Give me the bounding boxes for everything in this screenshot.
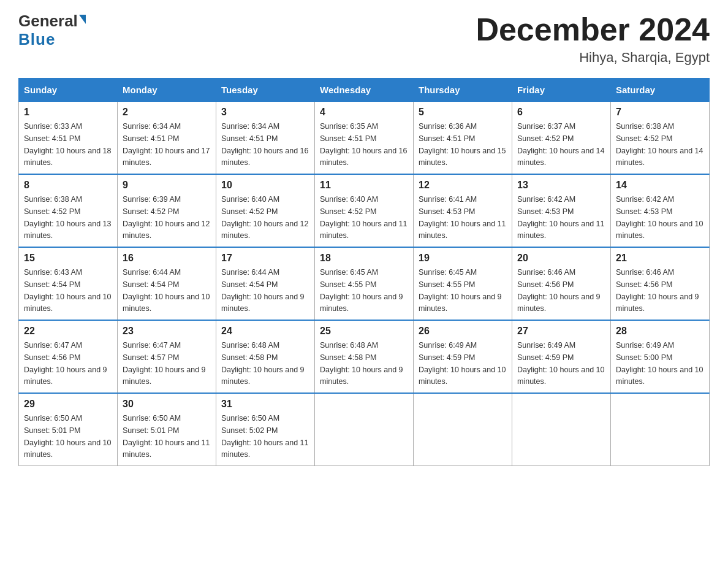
day-cell-19: 19 Sunrise: 6:45 AMSunset: 4:55 PMDaylig… — [414, 247, 512, 320]
day-info: Sunrise: 6:47 AMSunset: 4:56 PMDaylight:… — [24, 341, 107, 386]
day-info: Sunrise: 6:34 AMSunset: 4:51 PMDaylight:… — [221, 122, 308, 167]
day-number: 5 — [419, 107, 507, 118]
day-cell-5: 5 Sunrise: 6:36 AMSunset: 4:51 PMDayligh… — [414, 102, 512, 175]
day-number: 9 — [123, 180, 211, 191]
day-info: Sunrise: 6:44 AMSunset: 4:54 PMDaylight:… — [221, 268, 305, 313]
day-cell-22: 22 Sunrise: 6:47 AMSunset: 4:56 PMDaylig… — [19, 320, 118, 393]
day-info: Sunrise: 6:49 AMSunset: 5:00 PMDaylight:… — [616, 341, 703, 386]
day-number: 3 — [221, 107, 309, 118]
day-cell-20: 20 Sunrise: 6:46 AMSunset: 4:56 PMDaylig… — [512, 247, 611, 320]
col-header-tuesday: Tuesday — [216, 79, 315, 102]
calendar-table: SundayMondayTuesdayWednesdayThursdayFrid… — [18, 78, 710, 466]
day-info: Sunrise: 6:43 AMSunset: 4:54 PMDaylight:… — [24, 268, 111, 313]
day-cell-7: 7 Sunrise: 6:38 AMSunset: 4:52 PMDayligh… — [611, 102, 710, 175]
day-info: Sunrise: 6:50 AMSunset: 5:01 PMDaylight:… — [24, 414, 111, 459]
day-number: 7 — [616, 107, 704, 118]
day-cell-27: 27 Sunrise: 6:49 AMSunset: 4:59 PMDaylig… — [512, 320, 611, 393]
day-number: 6 — [517, 107, 605, 118]
logo-text: General — [18, 12, 86, 30]
col-header-thursday: Thursday — [414, 79, 512, 102]
day-cell-24: 24 Sunrise: 6:48 AMSunset: 4:58 PMDaylig… — [216, 320, 315, 393]
day-number: 14 — [616, 180, 704, 191]
day-cell-23: 23 Sunrise: 6:47 AMSunset: 4:57 PMDaylig… — [118, 320, 216, 393]
day-info: Sunrise: 6:34 AMSunset: 4:51 PMDaylight:… — [123, 122, 210, 167]
day-cell-30: 30 Sunrise: 6:50 AMSunset: 5:01 PMDaylig… — [118, 393, 216, 466]
day-cell-29: 29 Sunrise: 6:50 AMSunset: 5:01 PMDaylig… — [19, 393, 118, 466]
day-cell-14: 14 Sunrise: 6:42 AMSunset: 4:53 PMDaylig… — [611, 174, 710, 247]
day-info: Sunrise: 6:42 AMSunset: 4:53 PMDaylight:… — [616, 195, 703, 240]
day-cell-15: 15 Sunrise: 6:43 AMSunset: 4:54 PMDaylig… — [19, 247, 118, 320]
day-cell-9: 9 Sunrise: 6:39 AMSunset: 4:52 PMDayligh… — [118, 174, 216, 247]
day-info: Sunrise: 6:38 AMSunset: 4:52 PMDaylight:… — [616, 122, 703, 167]
day-info: Sunrise: 6:47 AMSunset: 4:57 PMDaylight:… — [123, 341, 206, 386]
day-number: 17 — [221, 253, 309, 264]
day-info: Sunrise: 6:36 AMSunset: 4:51 PMDaylight:… — [419, 122, 506, 167]
week-row-4: 22 Sunrise: 6:47 AMSunset: 4:56 PMDaylig… — [19, 320, 710, 393]
day-info: Sunrise: 6:40 AMSunset: 4:52 PMDaylight:… — [221, 195, 308, 240]
header-row: SundayMondayTuesdayWednesdayThursdayFrid… — [19, 79, 710, 102]
day-cell-8: 8 Sunrise: 6:38 AMSunset: 4:52 PMDayligh… — [19, 174, 118, 247]
calendar-subtitle: Hihya, Sharqia, Egypt — [476, 50, 710, 66]
day-cell-12: 12 Sunrise: 6:41 AMSunset: 4:53 PMDaylig… — [414, 174, 512, 247]
empty-cell — [315, 393, 414, 466]
day-number: 19 — [419, 253, 507, 264]
empty-cell — [512, 393, 611, 466]
day-cell-1: 1 Sunrise: 6:33 AMSunset: 4:51 PMDayligh… — [19, 102, 118, 175]
col-header-monday: Monday — [118, 79, 216, 102]
day-cell-17: 17 Sunrise: 6:44 AMSunset: 4:54 PMDaylig… — [216, 247, 315, 320]
day-info: Sunrise: 6:44 AMSunset: 4:54 PMDaylight:… — [123, 268, 210, 313]
col-header-sunday: Sunday — [19, 79, 118, 102]
day-number: 8 — [24, 180, 112, 191]
calendar-title: December 2024 — [476, 12, 710, 47]
week-row-2: 8 Sunrise: 6:38 AMSunset: 4:52 PMDayligh… — [19, 174, 710, 247]
day-info: Sunrise: 6:38 AMSunset: 4:52 PMDaylight:… — [24, 195, 111, 240]
day-cell-16: 16 Sunrise: 6:44 AMSunset: 4:54 PMDaylig… — [118, 247, 216, 320]
day-number: 10 — [221, 180, 309, 191]
logo-blue: Blue — [18, 30, 55, 49]
day-number: 23 — [123, 326, 211, 337]
logo: General Blue — [18, 12, 86, 49]
empty-cell — [611, 393, 710, 466]
day-cell-11: 11 Sunrise: 6:40 AMSunset: 4:52 PMDaylig… — [315, 174, 414, 247]
day-cell-25: 25 Sunrise: 6:48 AMSunset: 4:58 PMDaylig… — [315, 320, 414, 393]
col-header-friday: Friday — [512, 79, 611, 102]
day-number: 11 — [320, 180, 408, 191]
day-cell-2: 2 Sunrise: 6:34 AMSunset: 4:51 PMDayligh… — [118, 102, 216, 175]
day-number: 27 — [517, 326, 605, 337]
day-cell-28: 28 Sunrise: 6:49 AMSunset: 5:00 PMDaylig… — [611, 320, 710, 393]
day-info: Sunrise: 6:48 AMSunset: 4:58 PMDaylight:… — [320, 341, 403, 386]
day-info: Sunrise: 6:46 AMSunset: 4:56 PMDaylight:… — [517, 268, 601, 313]
day-number: 28 — [616, 326, 704, 337]
day-number: 15 — [24, 253, 112, 264]
day-number: 16 — [123, 253, 211, 264]
title-block: December 2024 Hihya, Sharqia, Egypt — [476, 12, 710, 66]
day-cell-13: 13 Sunrise: 6:42 AMSunset: 4:53 PMDaylig… — [512, 174, 611, 247]
day-cell-26: 26 Sunrise: 6:49 AMSunset: 4:59 PMDaylig… — [414, 320, 512, 393]
day-number: 31 — [221, 399, 309, 410]
day-number: 26 — [419, 326, 507, 337]
day-cell-21: 21 Sunrise: 6:46 AMSunset: 4:56 PMDaylig… — [611, 247, 710, 320]
day-cell-4: 4 Sunrise: 6:35 AMSunset: 4:51 PMDayligh… — [315, 102, 414, 175]
day-number: 29 — [24, 399, 112, 410]
day-number: 13 — [517, 180, 605, 191]
day-number: 25 — [320, 326, 408, 337]
day-number: 22 — [24, 326, 112, 337]
week-row-1: 1 Sunrise: 6:33 AMSunset: 4:51 PMDayligh… — [19, 102, 710, 175]
day-number: 24 — [221, 326, 309, 337]
day-number: 18 — [320, 253, 408, 264]
week-row-5: 29 Sunrise: 6:50 AMSunset: 5:01 PMDaylig… — [19, 393, 710, 466]
day-cell-3: 3 Sunrise: 6:34 AMSunset: 4:51 PMDayligh… — [216, 102, 315, 175]
day-info: Sunrise: 6:45 AMSunset: 4:55 PMDaylight:… — [320, 268, 403, 313]
day-info: Sunrise: 6:33 AMSunset: 4:51 PMDaylight:… — [24, 122, 111, 167]
day-info: Sunrise: 6:49 AMSunset: 4:59 PMDaylight:… — [419, 341, 506, 386]
day-info: Sunrise: 6:40 AMSunset: 4:52 PMDaylight:… — [320, 195, 407, 240]
day-number: 1 — [24, 107, 112, 118]
day-info: Sunrise: 6:50 AMSunset: 5:02 PMDaylight:… — [221, 414, 308, 459]
day-info: Sunrise: 6:39 AMSunset: 4:52 PMDaylight:… — [123, 195, 210, 240]
day-cell-31: 31 Sunrise: 6:50 AMSunset: 5:02 PMDaylig… — [216, 393, 315, 466]
col-header-wednesday: Wednesday — [315, 79, 414, 102]
day-info: Sunrise: 6:49 AMSunset: 4:59 PMDaylight:… — [517, 341, 604, 386]
col-header-saturday: Saturday — [611, 79, 710, 102]
day-number: 2 — [123, 107, 211, 118]
day-info: Sunrise: 6:37 AMSunset: 4:52 PMDaylight:… — [517, 122, 604, 167]
